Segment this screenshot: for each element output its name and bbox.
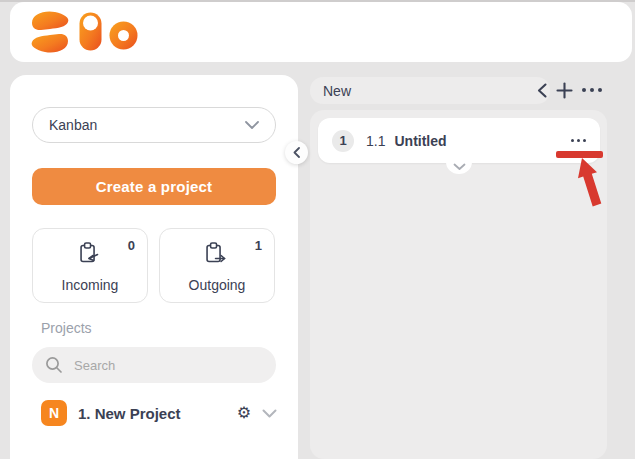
- project-list-item[interactable]: N 1. New Project ⚙: [41, 399, 277, 427]
- create-project-button[interactable]: Create a project: [32, 168, 276, 205]
- search-input[interactable]: [72, 357, 263, 374]
- outgoing-icon: [204, 241, 228, 267]
- page: { "app": { "name": "Zio" }, "sidebar": {…: [0, 0, 635, 459]
- request-counters: 0 Incoming 1 Outgoin: [32, 228, 275, 303]
- task-expand-button[interactable]: [446, 150, 472, 174]
- project-initial-badge: N: [41, 400, 67, 426]
- view-mode-value: Kanban: [49, 117, 97, 133]
- view-mode-select[interactable]: Kanban: [32, 107, 276, 143]
- logo-letter-o-icon: [109, 21, 138, 50]
- zio-logo[interactable]: [28, 9, 138, 57]
- collapse-column-chevron-left-icon[interactable]: [537, 83, 547, 98]
- outgoing-label: Outgoing: [160, 277, 274, 293]
- task-menu-ellipsis-icon[interactable]: [571, 139, 586, 142]
- column-menu-ellipsis-icon[interactable]: [582, 88, 602, 92]
- chevron-down-icon: [453, 163, 466, 171]
- project-chevron-down-icon[interactable]: [262, 409, 277, 418]
- project-name: 1. New Project: [78, 405, 181, 422]
- task-index-badge: 1: [332, 130, 354, 152]
- task-title: Untitled: [394, 133, 446, 149]
- search-box: [32, 347, 276, 383]
- task-code: 1.1: [366, 133, 385, 149]
- outgoing-button[interactable]: 1 Outgoing: [159, 228, 275, 303]
- chevron-left-icon: [293, 147, 300, 158]
- outgoing-count: 1: [255, 238, 262, 253]
- chevron-down-icon: [245, 121, 259, 129]
- add-column-plus-icon[interactable]: [556, 82, 573, 99]
- logo-letter-z-icon: [28, 9, 72, 55]
- column-title-input[interactable]: New: [310, 77, 550, 104]
- projects-heading: Projects: [41, 320, 92, 336]
- annotation-arrow-icon: [550, 150, 610, 220]
- search-icon: [45, 356, 63, 374]
- sidebar: Kanban Create a project 0 Incoming 1: [10, 75, 298, 459]
- top-bar: [10, 2, 632, 62]
- column-header-actions: [537, 82, 602, 98]
- incoming-label: Incoming: [33, 277, 147, 293]
- incoming-count: 0: [128, 238, 135, 253]
- incoming-icon: [77, 241, 101, 267]
- incoming-button[interactable]: 0 Incoming: [32, 228, 148, 303]
- sidebar-collapse-button[interactable]: [285, 141, 308, 164]
- logo-letter-i-icon: [79, 12, 102, 56]
- project-settings-gear-icon[interactable]: ⚙: [237, 405, 251, 421]
